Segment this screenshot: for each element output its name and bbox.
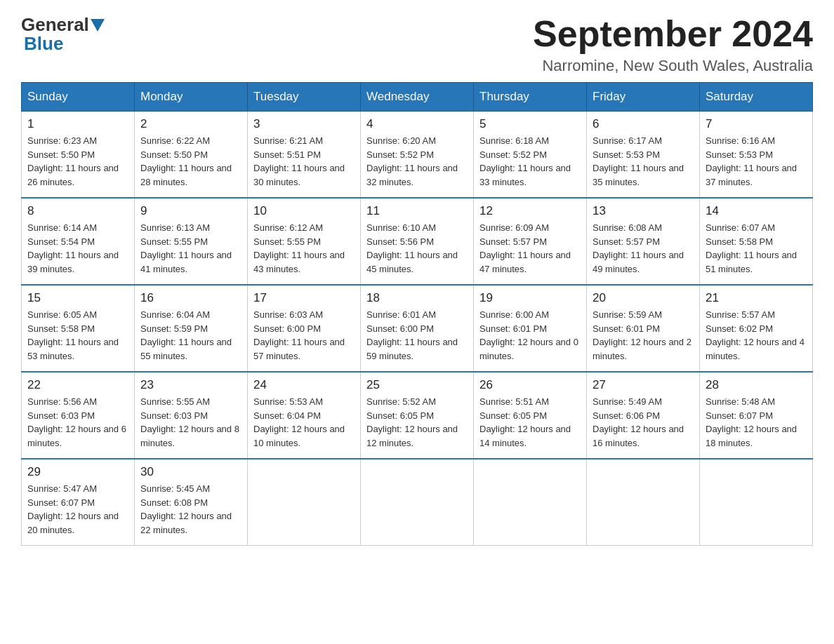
day-cell: 18Sunrise: 6:01 AMSunset: 6:00 PMDayligh… [361, 285, 474, 372]
day-cell: 26Sunrise: 5:51 AMSunset: 6:05 PMDayligh… [474, 372, 587, 459]
day-number: 9 [140, 204, 241, 218]
day-info: Sunrise: 5:51 AMSunset: 6:05 PMDaylight:… [479, 395, 581, 450]
day-cell: 9Sunrise: 6:13 AMSunset: 5:55 PMDaylight… [135, 198, 248, 285]
empty-cell [700, 459, 813, 546]
day-number: 28 [706, 378, 807, 392]
empty-cell [248, 459, 361, 546]
day-cell: 25Sunrise: 5:52 AMSunset: 6:05 PMDayligh… [361, 372, 474, 459]
day-cell: 20Sunrise: 5:59 AMSunset: 6:01 PMDayligh… [587, 285, 700, 372]
day-number: 26 [479, 378, 581, 392]
day-number: 1 [27, 117, 128, 131]
day-number: 4 [366, 117, 468, 131]
day-info: Sunrise: 5:48 AMSunset: 6:07 PMDaylight:… [706, 395, 807, 450]
day-cell: 4Sunrise: 6:20 AMSunset: 5:52 PMDaylight… [361, 112, 474, 199]
empty-cell [361, 459, 474, 546]
title-area: September 2024 Narromine, New South Wale… [533, 14, 813, 75]
day-info: Sunrise: 6:21 AMSunset: 5:51 PMDaylight:… [253, 134, 355, 189]
day-number: 6 [593, 117, 694, 131]
day-info: Sunrise: 6:12 AMSunset: 5:55 PMDaylight:… [253, 221, 355, 276]
day-info: Sunrise: 6:00 AMSunset: 6:01 PMDaylight:… [479, 308, 581, 363]
day-number: 14 [706, 204, 807, 218]
day-info: Sunrise: 6:16 AMSunset: 5:53 PMDaylight:… [706, 134, 807, 189]
day-info: Sunrise: 6:09 AMSunset: 5:57 PMDaylight:… [479, 221, 581, 276]
day-number: 18 [366, 291, 468, 305]
day-number: 21 [706, 291, 807, 305]
day-info: Sunrise: 5:45 AMSunset: 6:08 PMDaylight:… [140, 482, 241, 537]
day-cell: 17Sunrise: 6:03 AMSunset: 6:00 PMDayligh… [248, 285, 361, 372]
day-info: Sunrise: 6:08 AMSunset: 5:57 PMDaylight:… [593, 221, 694, 276]
day-info: Sunrise: 6:10 AMSunset: 5:56 PMDaylight:… [366, 221, 468, 276]
day-cell: 30Sunrise: 5:45 AMSunset: 6:08 PMDayligh… [135, 459, 248, 546]
day-number: 20 [593, 291, 694, 305]
day-cell: 23Sunrise: 5:55 AMSunset: 6:03 PMDayligh… [135, 372, 248, 459]
day-number: 27 [593, 378, 694, 392]
day-info: Sunrise: 6:20 AMSunset: 5:52 PMDaylight:… [366, 134, 468, 189]
day-number: 16 [140, 291, 241, 305]
calendar-week-row: 22Sunrise: 5:56 AMSunset: 6:03 PMDayligh… [22, 372, 813, 459]
day-cell: 16Sunrise: 6:04 AMSunset: 5:59 PMDayligh… [135, 285, 248, 372]
logo-blue-text: Blue [24, 33, 63, 55]
location-title: Narromine, New South Wales, Australia [533, 57, 813, 75]
day-info: Sunrise: 6:13 AMSunset: 5:55 PMDaylight:… [140, 221, 241, 276]
day-cell: 1Sunrise: 6:23 AMSunset: 5:50 PMDaylight… [22, 112, 135, 199]
day-cell: 11Sunrise: 6:10 AMSunset: 5:56 PMDayligh… [361, 198, 474, 285]
col-header-thursday: Thursday [474, 83, 587, 112]
day-info: Sunrise: 5:59 AMSunset: 6:01 PMDaylight:… [593, 308, 694, 363]
empty-cell [587, 459, 700, 546]
page-header: General Blue September 2024 Narromine, N… [21, 14, 813, 75]
day-number: 24 [253, 378, 355, 392]
month-title: September 2024 [533, 14, 813, 54]
col-header-friday: Friday [587, 83, 700, 112]
day-info: Sunrise: 5:49 AMSunset: 6:06 PMDaylight:… [593, 395, 694, 450]
day-cell: 13Sunrise: 6:08 AMSunset: 5:57 PMDayligh… [587, 198, 700, 285]
day-cell: 10Sunrise: 6:12 AMSunset: 5:55 PMDayligh… [248, 198, 361, 285]
day-number: 17 [253, 291, 355, 305]
calendar-table: SundayMondayTuesdayWednesdayThursdayFrid… [21, 82, 813, 546]
day-cell: 29Sunrise: 5:47 AMSunset: 6:07 PMDayligh… [22, 459, 135, 546]
col-header-tuesday: Tuesday [248, 83, 361, 112]
day-cell: 15Sunrise: 6:05 AMSunset: 5:58 PMDayligh… [22, 285, 135, 372]
day-number: 7 [706, 117, 807, 131]
day-info: Sunrise: 6:04 AMSunset: 5:59 PMDaylight:… [140, 308, 241, 363]
day-info: Sunrise: 6:07 AMSunset: 5:58 PMDaylight:… [706, 221, 807, 276]
day-info: Sunrise: 6:18 AMSunset: 5:52 PMDaylight:… [479, 134, 581, 189]
calendar-week-row: 15Sunrise: 6:05 AMSunset: 5:58 PMDayligh… [22, 285, 813, 372]
day-cell: 7Sunrise: 6:16 AMSunset: 5:53 PMDaylight… [700, 112, 813, 199]
day-cell: 3Sunrise: 6:21 AMSunset: 5:51 PMDaylight… [248, 112, 361, 199]
day-number: 11 [366, 204, 468, 218]
day-cell: 27Sunrise: 5:49 AMSunset: 6:06 PMDayligh… [587, 372, 700, 459]
day-number: 10 [253, 204, 355, 218]
day-cell: 19Sunrise: 6:00 AMSunset: 6:01 PMDayligh… [474, 285, 587, 372]
col-header-monday: Monday [135, 83, 248, 112]
day-number: 30 [140, 465, 241, 479]
logo-triangle-icon [91, 19, 105, 32]
day-number: 2 [140, 117, 241, 131]
day-cell: 2Sunrise: 6:22 AMSunset: 5:50 PMDaylight… [135, 112, 248, 199]
day-info: Sunrise: 5:47 AMSunset: 6:07 PMDaylight:… [27, 482, 128, 537]
day-number: 23 [140, 378, 241, 392]
day-number: 25 [366, 378, 468, 392]
calendar-header-row: SundayMondayTuesdayWednesdayThursdayFrid… [22, 83, 813, 112]
day-info: Sunrise: 5:56 AMSunset: 6:03 PMDaylight:… [27, 395, 128, 450]
col-header-sunday: Sunday [22, 83, 135, 112]
day-info: Sunrise: 6:01 AMSunset: 6:00 PMDaylight:… [366, 308, 468, 363]
day-cell: 6Sunrise: 6:17 AMSunset: 5:53 PMDaylight… [587, 112, 700, 199]
day-number: 19 [479, 291, 581, 305]
day-info: Sunrise: 5:53 AMSunset: 6:04 PMDaylight:… [253, 395, 355, 450]
day-info: Sunrise: 6:22 AMSunset: 5:50 PMDaylight:… [140, 134, 241, 189]
day-info: Sunrise: 6:03 AMSunset: 6:00 PMDaylight:… [253, 308, 355, 363]
day-number: 5 [479, 117, 581, 131]
col-header-saturday: Saturday [700, 83, 813, 112]
day-number: 12 [479, 204, 581, 218]
calendar-week-row: 1Sunrise: 6:23 AMSunset: 5:50 PMDaylight… [22, 112, 813, 199]
day-number: 22 [27, 378, 128, 392]
day-number: 13 [593, 204, 694, 218]
day-info: Sunrise: 6:17 AMSunset: 5:53 PMDaylight:… [593, 134, 694, 189]
day-number: 3 [253, 117, 355, 131]
calendar-week-row: 29Sunrise: 5:47 AMSunset: 6:07 PMDayligh… [22, 459, 813, 546]
day-number: 8 [27, 204, 128, 218]
day-cell: 21Sunrise: 5:57 AMSunset: 6:02 PMDayligh… [700, 285, 813, 372]
day-cell: 28Sunrise: 5:48 AMSunset: 6:07 PMDayligh… [700, 372, 813, 459]
day-info: Sunrise: 5:57 AMSunset: 6:02 PMDaylight:… [706, 308, 807, 363]
day-info: Sunrise: 6:23 AMSunset: 5:50 PMDaylight:… [27, 134, 128, 189]
